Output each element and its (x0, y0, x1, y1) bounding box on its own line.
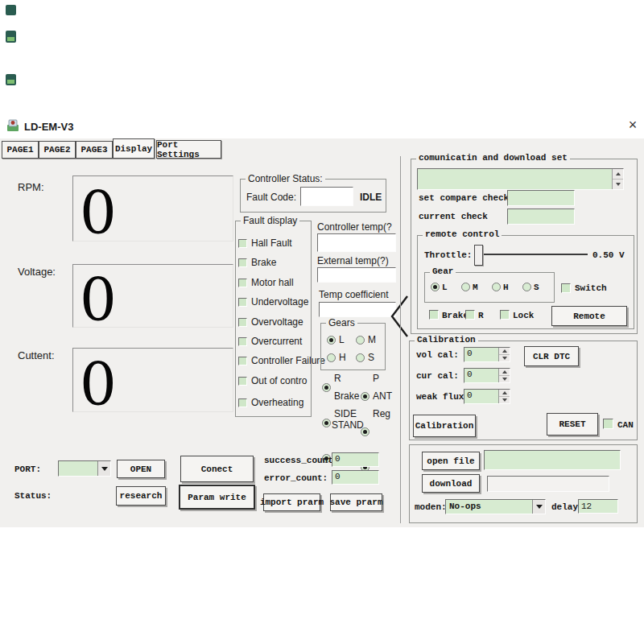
flag-p-label: P (373, 373, 379, 384)
set-compare-input[interactable] (507, 190, 575, 206)
success-count-label: success_count: (264, 456, 327, 465)
download-path[interactable] (487, 476, 609, 492)
panel-divider (400, 156, 401, 523)
fault-out-of-control-checkbox[interactable] (238, 377, 247, 386)
success-count-input[interactable]: 0 (332, 452, 379, 467)
status-label: Status: (14, 491, 52, 501)
fault-overcurrent-checkbox[interactable] (238, 337, 247, 346)
throttle-value: 0.50 V (592, 250, 625, 260)
flag-brake-radio[interactable] (322, 419, 331, 427)
fault-hall-checkbox[interactable] (238, 239, 247, 248)
tab-page2[interactable]: PAGE2 (39, 141, 76, 159)
current-label: Cuttent: (18, 349, 55, 361)
gears-m-label: M (368, 334, 376, 345)
external-temp-input[interactable] (317, 267, 396, 283)
remote-brake-checkbox[interactable] (429, 310, 439, 320)
dropdown-arrow-icon[interactable] (532, 500, 545, 514)
spin-down-icon[interactable] (499, 355, 510, 361)
voltage-value: 0 (80, 276, 117, 324)
switch-label: Switch (575, 283, 607, 293)
tab-page3[interactable]: PAGE3 (76, 141, 113, 159)
clr-dtc-button[interactable]: CLR DTC (524, 346, 579, 366)
flag-brake-label: Brake (334, 390, 359, 402)
flag-r-radio[interactable] (322, 383, 331, 392)
switch-checkbox[interactable] (561, 283, 571, 293)
green-marker-2 (6, 31, 16, 43)
remote-gear-h-radio[interactable] (492, 283, 501, 291)
error-count-input[interactable]: 0 (332, 470, 379, 485)
tab-page1[interactable]: PAGE1 (2, 141, 39, 159)
current-value: 0 (80, 361, 117, 409)
temp-coeff-label: Temp coefficient (319, 289, 389, 300)
temp-coeff-input[interactable] (319, 302, 396, 317)
open-file-button[interactable]: open file (422, 452, 480, 470)
fault-controller-failure-checkbox[interactable] (238, 357, 247, 365)
calibration-legend: Calibration (415, 335, 478, 345)
current-check-input[interactable] (507, 208, 575, 225)
can-checkbox[interactable] (603, 419, 613, 429)
controller-status-group: Controller Status: Fault Code: IDLE (240, 179, 386, 213)
spin-up-icon[interactable] (499, 348, 510, 355)
moden-dropdown[interactable]: No-ops (445, 499, 546, 514)
remote-gear-m-radio[interactable] (461, 283, 470, 291)
fault-overheating-checkbox[interactable] (238, 398, 247, 407)
fault-overvoltage-checkbox[interactable] (238, 318, 247, 327)
controller-temp-input[interactable] (317, 233, 396, 252)
port-label: PORT: (14, 464, 41, 474)
spin-down-icon[interactable] (613, 180, 623, 189)
open-file-path[interactable] (484, 450, 621, 470)
left-chevron-icon[interactable] (389, 292, 410, 341)
delay-input[interactable]: 12 (578, 499, 618, 514)
remote-button[interactable]: Remote (551, 306, 627, 326)
remote-gear-m-label: M (473, 283, 478, 292)
gears-s-radio[interactable] (356, 353, 365, 362)
fault-undervoltage-checkbox[interactable] (238, 298, 247, 307)
flag-p-radio[interactable] (361, 392, 369, 401)
spin-up-icon[interactable] (499, 369, 510, 376)
vol-cal-spinner[interactable]: 0 (464, 347, 510, 362)
throttle-slider-track[interactable] (482, 254, 588, 255)
connect-button[interactable]: Conect (180, 456, 254, 482)
param-write-button[interactable]: Param write (179, 485, 255, 510)
remote-r-checkbox[interactable] (465, 310, 475, 320)
gears-l-radio[interactable] (327, 336, 336, 345)
voltage-label: Voltage: (18, 266, 56, 278)
remote-gear-s-label: S (534, 283, 539, 292)
remote-gear-s-radio[interactable] (522, 283, 531, 291)
fault-brake-checkbox[interactable] (238, 258, 247, 267)
spin-up-icon[interactable] (499, 390, 510, 397)
dropdown-arrow-icon[interactable] (97, 461, 110, 476)
tab-port-settings[interactable]: Port Settings (156, 140, 221, 159)
spin-down-icon[interactable] (499, 397, 510, 403)
save-param-button[interactable]: save prarm (330, 493, 382, 511)
research-button[interactable]: research (116, 486, 166, 506)
calibration-group: Calibration vol cal: 0 CLR DTC cur cal: … (409, 341, 638, 440)
tab-display[interactable]: Display (113, 138, 155, 159)
port-dropdown[interactable] (58, 460, 111, 477)
spin-down-icon[interactable] (499, 376, 510, 382)
comm-field[interactable] (417, 168, 624, 190)
throttle-label: Throttle: (424, 250, 472, 260)
cur-cal-label: cur cal: (416, 371, 459, 381)
remote-gear-l-radio[interactable] (431, 283, 440, 291)
lock-checkbox[interactable] (500, 310, 510, 320)
rpm-label: RPM: (18, 181, 44, 193)
spin-up-icon[interactable] (613, 169, 623, 180)
reset-button[interactable]: RESET (547, 413, 598, 436)
fault-code-input[interactable] (300, 187, 353, 206)
cur-cal-spinner[interactable]: 0 (464, 368, 510, 383)
close-icon[interactable]: × (625, 116, 641, 134)
throttle-slider-thumb[interactable] (474, 245, 483, 266)
open-button[interactable]: OPEN (117, 460, 165, 478)
download-button[interactable]: download (422, 474, 480, 493)
import-param-button[interactable]: import prarm (263, 493, 320, 511)
fault-motor-hall-checkbox[interactable] (238, 279, 247, 287)
remote-gear-h-label: H (503, 283, 509, 292)
gears-m-radio[interactable] (356, 336, 365, 345)
gears-s-label: S (368, 352, 374, 363)
calibration-button[interactable]: Calibration (413, 415, 476, 437)
remote-r-label: R (478, 311, 484, 320)
weak-flux-spinner[interactable]: 0 (464, 389, 510, 404)
gears-h-radio[interactable] (327, 353, 336, 362)
controller-status-legend: Controller Status: (246, 173, 325, 184)
